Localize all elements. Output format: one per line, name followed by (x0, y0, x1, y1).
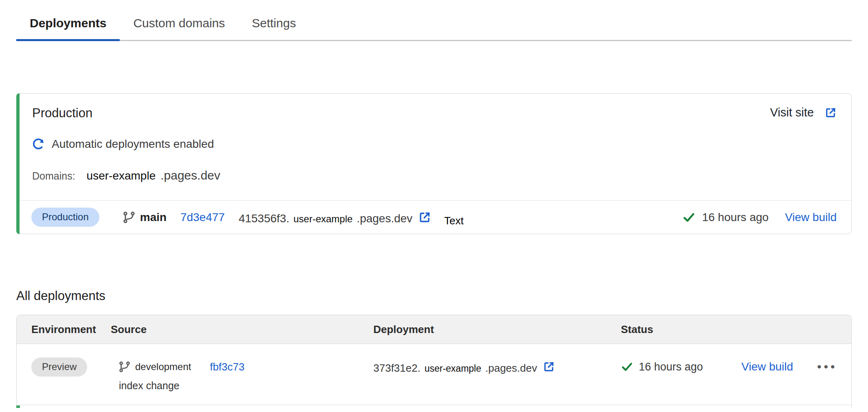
deployment-url-suffix: .pages.dev (485, 362, 537, 375)
next-row-peek (17, 405, 851, 408)
status-cell: 16 hours ago (621, 357, 741, 377)
domain-suffix: .pages.dev (160, 169, 220, 182)
deployment-url-suffix: .pages.dev (357, 212, 412, 225)
external-link-icon (418, 211, 431, 224)
environment-badge: Preview (31, 357, 87, 377)
deployment-time: 16 hours ago (702, 211, 768, 224)
deployment-time: 16 hours ago (639, 361, 703, 373)
deployment-url-prefix: 373f31e2. (373, 362, 421, 375)
tab-custom-domains[interactable]: Custom domains (120, 14, 238, 40)
deployment-url-link[interactable]: 415356f3. user-example .pages.dev (239, 209, 431, 225)
deployment-cell: 373f31e2. user-example .pages.dev (373, 357, 621, 377)
production-indicator-stripe (16, 93, 20, 234)
view-build-link[interactable]: View build (785, 211, 837, 224)
production-indicator-stripe (16, 405, 20, 408)
branch-name: development (135, 361, 191, 373)
deployment-url-prefix: 415356f3. (239, 212, 289, 225)
deployment-url-link[interactable]: 373f31e2. user-example .pages.dev (373, 359, 555, 375)
git-branch-icon (123, 211, 135, 224)
tab-deployments[interactable]: Deployments (16, 14, 120, 40)
table-header-row: Environment Source Deployment Status (17, 315, 851, 344)
column-header-source: Source (111, 323, 373, 336)
column-header-deployment: Deployment (373, 323, 621, 336)
menu-cell: ••• (817, 357, 837, 377)
column-header-environment: Environment (31, 323, 111, 336)
all-deployments-title: All deployments (16, 289, 852, 303)
production-card: Production Visit site (16, 93, 852, 234)
success-check-icon (621, 361, 633, 373)
environment-badge: Production (31, 208, 99, 227)
source-cell: development fbf3c73 index change (111, 357, 373, 392)
visit-site-label: Visit site (770, 106, 814, 119)
view-build-link[interactable]: View build (741, 360, 793, 373)
auto-deploy-refresh-icon (32, 138, 44, 150)
column-header-status: Status (621, 323, 837, 336)
domains-label: Domains: (32, 170, 75, 182)
commit-message: index change (119, 380, 373, 392)
branch-name: main (140, 211, 167, 224)
production-deployment-row: Production main 7d3e477 415356f3. user-e… (17, 200, 851, 234)
view-build-cell: View build (741, 357, 817, 377)
environment-cell: Preview (31, 357, 111, 377)
tab-bar: Deployments Custom domains Settings (16, 0, 852, 41)
external-link-icon (824, 107, 837, 119)
auto-deploy-text: Automatic deployments enabled (52, 138, 214, 151)
row-menu-icon[interactable]: ••• (817, 357, 837, 377)
success-check-icon (682, 211, 695, 224)
deployments-table: Environment Source Deployment Status Pre… (16, 315, 852, 408)
tab-settings[interactable]: Settings (238, 14, 309, 40)
commit-link[interactable]: fbf3c73 (210, 361, 244, 373)
deployments-page: Deployments Custom domains Settings Prod… (0, 0, 868, 412)
table-row: Preview development fbf3c73 (17, 344, 851, 405)
row-note: Text (444, 215, 464, 227)
domain-name: user-example (87, 169, 156, 182)
deployment-url-domain: user-example (294, 213, 353, 225)
external-link-icon (543, 361, 555, 373)
production-card-title: Production (32, 106, 92, 121)
git-branch-icon (119, 361, 130, 373)
commit-link[interactable]: 7d3e477 (180, 211, 225, 224)
visit-site-link[interactable]: Visit site (770, 106, 837, 119)
deployment-url-domain: user-example (425, 363, 481, 374)
